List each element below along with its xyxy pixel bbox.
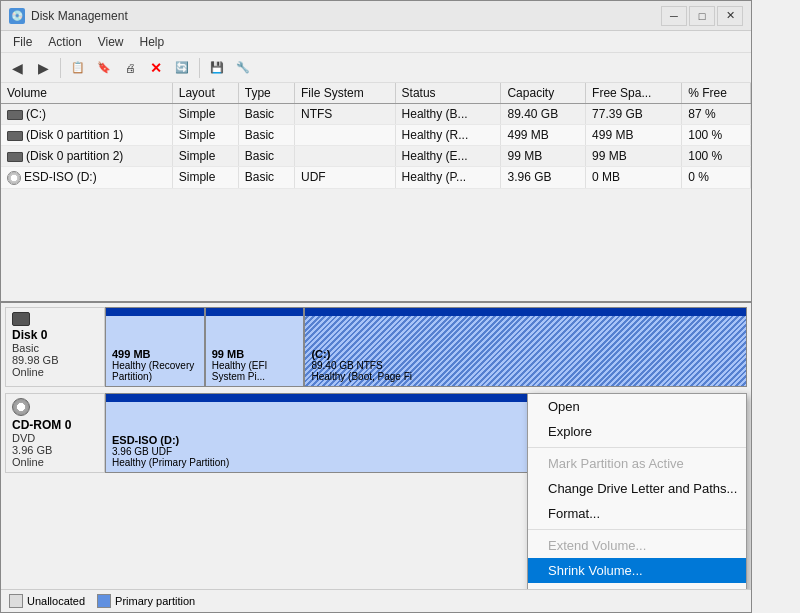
disk-row-0: Disk 0 Basic 89.98 GB Online 499 MB Heal… [5,307,747,387]
close-button[interactable]: ✕ [717,6,743,26]
table-row[interactable]: (Disk 0 partition 2) Simple Basic Health… [1,146,751,167]
toolbar-btn-4[interactable]: 🔖 [92,56,116,80]
cell-fs [295,125,396,146]
legend-primary: Primary partition [97,594,195,608]
menu-help[interactable]: Help [132,33,173,51]
ctx-item-5[interactable]: Extend Volume... [528,533,746,558]
ctx-item-1[interactable]: Explore [528,419,746,444]
partition-0-1[interactable]: 99 MB Healthy (EFI System Pi... [206,308,306,386]
toolbar-forward[interactable]: ▶ [31,56,55,80]
partition-size-0-0: 499 MB [112,348,198,360]
partition-content-0-0: 499 MB Healthy (Recovery Partition) [112,348,198,382]
toolbar-delete[interactable]: ✕ [144,56,168,80]
col-status[interactable]: Status [395,83,501,104]
partition-content-0-2: (C:) 89.40 GB NTFS Healthy (Boot, Page F… [311,348,740,382]
menu-file[interactable]: File [5,33,40,51]
ctx-item-3[interactable]: Change Drive Letter and Paths... [528,476,746,501]
disk-visual-area: Disk 0 Basic 89.98 GB Online 499 MB Heal… [1,303,751,589]
cell-type: Basic [238,125,294,146]
partition-0-2[interactable]: (C:) 89.40 GB NTFS Healthy (Boot, Page F… [305,308,746,386]
cell-volume: ESD-ISO (D:) [1,167,172,189]
toolbar-export[interactable]: 💾 [205,56,229,80]
col-free[interactable]: Free Spa... [586,83,682,104]
partition-header-0-0 [106,308,204,316]
legend-primary-label: Primary partition [115,595,195,607]
cell-capacity: 99 MB [501,146,586,167]
partition-type-0-0: Healthy (Recovery Partition) [112,360,198,382]
cell-layout: Simple [172,146,238,167]
col-pct[interactable]: % Free [682,83,751,104]
table-row[interactable]: (C:) Simple Basic NTFS Healthy (B... 89.… [1,104,751,125]
partition-0-0[interactable]: 499 MB Healthy (Recovery Partition) [106,308,206,386]
volume-table-area: Volume Layout Type File System Status Ca… [1,83,751,303]
toolbar-btn-3[interactable]: 📋 [66,56,90,80]
toolbar-refresh[interactable]: 🔄 [170,56,194,80]
ctx-sep-4 [528,529,746,530]
disk-size-1: 3.96 GB [12,444,98,456]
volume-table: Volume Layout Type File System Status Ca… [1,83,751,189]
cell-free: 0 MB [586,167,682,189]
table-row[interactable]: ESD-ISO (D:) Simple Basic UDF Healthy (P… [1,167,751,189]
title-bar: 💿 Disk Management ─ □ ✕ [1,1,751,31]
cell-status: Healthy (B... [395,104,501,125]
context-menu: OpenExploreMark Partition as ActiveChang… [527,393,747,589]
toolbar: ◀ ▶ 📋 🔖 🖨 ✕ 🔄 💾 🔧 [1,53,751,83]
cell-free: 77.39 GB [586,104,682,125]
cell-fs: UDF [295,167,396,189]
toolbar-settings[interactable]: 🔧 [231,56,255,80]
ctx-item-4[interactable]: Format... [528,501,746,526]
disk-name-1: CD-ROM 0 [12,418,98,432]
col-capacity[interactable]: Capacity [501,83,586,104]
table-row[interactable]: (Disk 0 partition 1) Simple Basic Health… [1,125,751,146]
cell-capacity: 89.40 GB [501,104,586,125]
disk-label-1: CD-ROM 0 DVD 3.96 GB Online [5,393,105,473]
disk-size-0: 89.98 GB [12,354,98,366]
disk-status-0: Online [12,366,98,378]
cell-type: Basic [238,104,294,125]
ctx-item-7[interactable]: Add Mirror... [528,583,746,589]
ctx-item-6[interactable]: Shrink Volume... [528,558,746,583]
disk-type-1: DVD [12,432,98,444]
cell-pct: 100 % [682,125,751,146]
ctx-item-0[interactable]: Open [528,394,746,419]
cell-capacity: 3.96 GB [501,167,586,189]
col-layout[interactable]: Layout [172,83,238,104]
maximize-button[interactable]: □ [689,6,715,26]
cell-type: Basic [238,167,294,189]
cell-pct: 100 % [682,146,751,167]
partition-size-0-2: (C:) [311,348,740,360]
toolbar-btn-5[interactable]: 🖨 [118,56,142,80]
cell-volume: (C:) [1,104,172,125]
legend-unallocated: Unallocated [9,594,85,608]
partition-type-0-2: Healthy (Boot, Page Fi [311,371,740,382]
col-type[interactable]: Type [238,83,294,104]
disk-type-0: Basic [12,342,98,354]
cell-layout: Simple [172,167,238,189]
ctx-item-2[interactable]: Mark Partition as Active [528,451,746,476]
partition-header-0-1 [206,308,304,316]
window-title: Disk Management [31,9,661,23]
toolbar-sep-1 [60,58,61,78]
toolbar-back[interactable]: ◀ [5,56,29,80]
window-controls: ─ □ ✕ [661,6,743,26]
legend-primary-box [97,594,111,608]
toolbar-sep-2 [199,58,200,78]
menu-action[interactable]: Action [40,33,89,51]
cell-volume: (Disk 0 partition 1) [1,125,172,146]
disk-status-1: Online [12,456,98,468]
col-fs[interactable]: File System [295,83,396,104]
menu-view[interactable]: View [90,33,132,51]
partition-size-0-1: 99 MB [212,348,298,360]
menu-bar: File Action View Help [1,31,751,53]
cell-fs: NTFS [295,104,396,125]
window-icon: 💿 [9,8,25,24]
disk-partitions-0: 499 MB Healthy (Recovery Partition) 99 M… [105,307,747,387]
cell-pct: 87 % [682,104,751,125]
partition-header-0-2 [305,308,746,316]
main-window: 💿 Disk Management ─ □ ✕ File Action View… [0,0,752,613]
cell-status: Healthy (P... [395,167,501,189]
minimize-button[interactable]: ─ [661,6,687,26]
cell-layout: Simple [172,104,238,125]
col-volume[interactable]: Volume [1,83,172,104]
partition-content-0-1: 99 MB Healthy (EFI System Pi... [212,348,298,382]
